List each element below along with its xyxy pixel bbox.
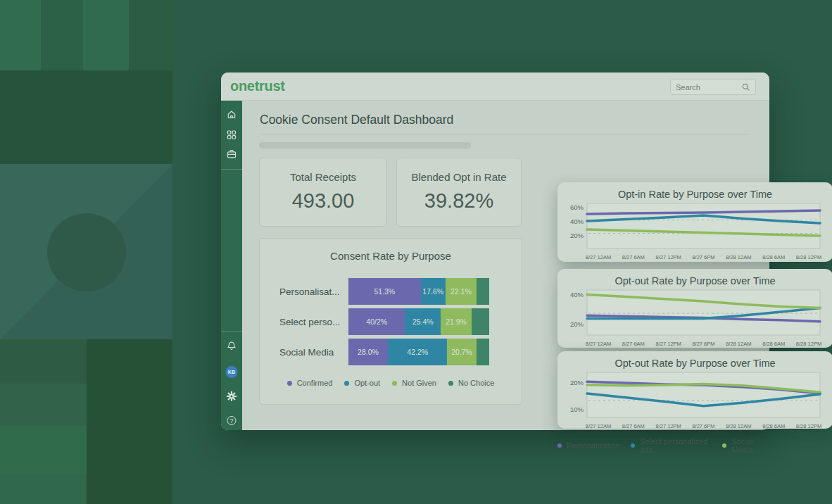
consent-bar-rows: Personalisat...51.3%17.6%22.1%Select per… [279,278,489,369]
stat-value: 493.00 [260,189,386,213]
sidebar-item-workspace[interactable] [227,149,237,159]
sidebar-user-avatar[interactable]: KB [226,366,238,378]
line-chart-holder: 40%20%8/27 12AM8/27 6AM8/27 12PM8/27 6PM… [557,287,832,349]
y-axis-tick: 40% [570,218,584,225]
bg-shape [0,0,41,70]
bar-row-label: Social Media [279,347,348,358]
bar-segment-label: 20.7% [451,348,472,356]
legend-dot [557,443,562,448]
search-input[interactable] [676,83,741,92]
line-chart-plot: 60%40%20%8/27 12AM8/27 6AM8/27 12PM8/27 … [566,201,824,263]
stat-card-blended-opt-in: Blended Opt in Rate 39.82% [396,158,522,227]
bar-segment-label: 42.2% [407,348,428,356]
x-axis-label: 8/28 6AM [762,254,785,260]
bg-circle [47,213,126,291]
legend-label: Not Given [402,379,436,387]
legend-dot [631,443,635,448]
sidebar: KB ? [221,101,242,430]
legend-label: Opt-out [354,379,380,387]
legend-label: Social Media [731,437,769,454]
bar-track: 40/2%25.4%21.9% [348,308,489,335]
bar-segment: 51.3% [348,278,421,305]
page-title: Cookie Consent Default Dashboard [260,113,453,127]
bar-segment: 21.9% [441,308,472,335]
bar-segment-label: 28.0% [358,348,379,356]
x-axis-label: 8/27 6PM [692,423,714,429]
x-axis-label: 8/27 6AM [622,341,645,347]
legend-label: Personalization [567,441,619,450]
legend-dot [392,381,397,386]
bg-shape [129,0,172,70]
bar-segment: 25.4% [405,308,441,335]
legend-label: Select personalized ads [640,437,711,454]
stat-label: Blended Opt in Rate [397,171,521,183]
sidebar-divider [221,169,242,170]
bar-segment: 42.2% [388,339,447,365]
x-axis-label: 8/28 12AM [726,341,751,347]
stat-card-total-receipts: Total Receipts 493.00 [259,158,387,227]
bg-shape [41,0,83,70]
sidebar-item-apps[interactable] [227,130,237,140]
y-axis-tick: 20% [570,232,584,239]
opt-out-rate-chart-card-1: Opt-out Rate by Purpose over Time 40%20%… [557,269,832,348]
grid-icon [227,130,237,140]
x-axis-label: 8/27 12AM [586,254,611,260]
legend-item: Personalization [557,441,619,450]
x-axis-label: 8/27 6AM [622,254,645,260]
legend-item: No Choice [448,379,494,387]
chart-title: Opt-in Rate by Purpose over Time [557,189,832,200]
legend-item: Confirmed [287,379,333,387]
bar-row: Select perso...40/2%25.4%21.9% [279,308,489,335]
y-axis-tick: 20% [570,379,584,386]
opt-in-rate-chart-card: Opt-in Rate by Purpose over Time 60%40%2… [557,182,832,262]
bar-row-label: Select perso... [279,317,348,327]
skeleton-progress-bar [259,142,471,149]
consent-legend: ConfirmedOpt-outNot GivenNo Choice [260,379,522,387]
bar-segment: 28.0% [348,339,388,365]
bar-track: 28.0%42.2%20.7% [348,339,489,365]
sidebar-item-notifications[interactable] [227,341,237,351]
home-icon [227,109,237,120]
legend-label: Confirmed [297,379,333,387]
app-window: onetrust [221,73,769,430]
briefcase-icon [227,149,237,159]
x-axis-label: 8/28 12AM [726,254,751,260]
avatar[interactable]: KB [226,366,238,378]
search-box[interactable] [670,79,756,95]
x-axis-label: 8/28 12AM [726,423,751,429]
bar-segment-label: 40/2% [366,317,387,326]
legend-item: Select personalized ads [631,437,711,454]
legend-dot [448,381,453,386]
x-axis-label: 8/28 12PM [796,254,821,260]
onetrust-logo[interactable]: onetrust [230,78,285,94]
x-axis-label: 8/28 12PM [796,341,821,347]
bell-icon [227,341,237,351]
bg-shape [0,70,172,164]
bar-segment-label: 22.1% [450,287,472,296]
bg-shape [0,426,87,474]
chart-title: Opt-out Rate by Purpose over Time [557,358,832,369]
x-axis-label: 8/28 12PM [796,423,821,429]
sidebar-item-settings[interactable] [226,391,237,402]
bar-segment-label: 25.4% [412,317,434,326]
search-icon[interactable] [741,82,750,92]
line-chart-holder: 60%40%20%8/27 12AM8/27 6AM8/27 12PM8/27 … [557,201,832,263]
sidebar-item-help[interactable]: ? [227,416,237,425]
bg-shape [0,339,87,384]
sidebar-item-home[interactable] [227,109,237,120]
dashboard-content: Cookie Consent Default Dashboard Total R… [242,101,769,430]
y-axis-tick: 10% [570,405,584,413]
bg-shape [83,0,129,70]
bar-segment: 22.1% [446,278,477,305]
line-chart-holder: 20%10%8/27 12AM8/27 6AM8/27 12PM8/27 6PM… [557,370,832,431]
line-chart-plot: 40%20%8/27 12AM8/27 6AM8/27 12PM8/27 6PM… [566,287,824,349]
x-axis-label: 8/27 6PM [692,341,714,347]
x-axis-label: 8/27 12PM [656,254,681,260]
bar-track: 51.3%17.6%22.1% [348,278,489,305]
legend-item: Not Given [392,379,436,387]
x-axis-label: 8/27 6PM [692,254,714,260]
plot-area [587,372,820,417]
y-axis-tick: 40% [570,291,584,298]
bar-row-label: Personalisat... [279,286,348,297]
divider [260,134,750,134]
